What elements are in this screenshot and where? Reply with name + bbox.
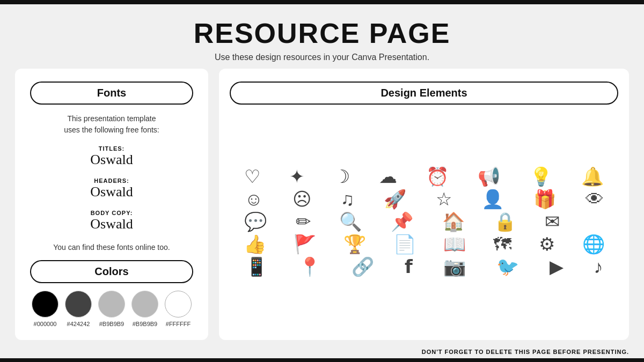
colors-section: Colors #000000#424242#B9B9B9#B9B9B9#FFFF… [30, 260, 193, 327]
fonts-description: This presentation templateuses the follo… [30, 113, 193, 136]
icons-grid: ♡ ✦ ☽ ☁ ⏰ 📢 💡 🔔 ☺ ☹ ♫ 🚀 ☆ 👤 🎁 👁 [230, 112, 618, 331]
map-icon: 🗺 [493, 235, 511, 253]
globe-icon: 🌐 [582, 235, 605, 253]
top-bar [0, 0, 644, 4]
design-elements-label: Design Elements [230, 82, 618, 105]
location-icon: 📍 [298, 257, 321, 276]
share-icon: 🔗 [352, 257, 374, 276]
chat-icon: 💬 [244, 212, 267, 231]
swatch-circle [65, 291, 92, 317]
person-icon: 👤 [481, 190, 504, 208]
trophy-icon: 🏆 [343, 235, 366, 253]
right-panel: Design Elements ♡ ✦ ☽ ☁ ⏰ 📢 💡 🔔 ☺ ☹ ♫ 🚀 … [219, 69, 629, 340]
sun-icon: ✦ [289, 167, 304, 186]
cloud-icon: ☁ [379, 167, 397, 186]
sad-icon: ☹ [292, 190, 311, 208]
pencil-icon: ✏ [296, 212, 311, 231]
swatch-circle [131, 291, 158, 317]
tiktok-icon: ♪ [594, 257, 603, 276]
titles-font-label: TITLES: [30, 145, 193, 152]
swatch-circle [98, 291, 125, 317]
icons-row-5: 📱 📍 🔗 𝗳 📷 🐦 ▶ ♪ [230, 257, 618, 276]
bottom-bar [0, 358, 644, 363]
page-subtitle: Use these design resources in your Canva… [0, 53, 644, 62]
fonts-note: You can find these fonts online too. [30, 243, 193, 252]
icons-row-1: ♡ ✦ ☽ ☁ ⏰ 📢 💡 🔔 [230, 167, 618, 186]
search-icon: 🔍 [339, 212, 362, 231]
moon-icon: ☽ [334, 167, 350, 186]
headers-font-label: HEADERS: [30, 178, 193, 184]
thumbsup-icon: 👍 [244, 235, 266, 253]
lock-icon: 🔒 [494, 212, 516, 231]
bell-icon: 🔔 [581, 167, 604, 186]
mail-icon: ✉ [545, 212, 560, 231]
swatch-item: #B9B9B9 [131, 291, 158, 327]
eye-icon: 👁 [586, 190, 604, 208]
main-content: Fonts This presentation templateuses the… [0, 69, 644, 345]
swatch-label: #B9B9B9 [99, 321, 124, 327]
swatch-label: #424242 [67, 321, 90, 327]
bulb-icon: 💡 [530, 167, 552, 186]
footer-note: DON'T FORGET TO DELETE THIS PAGE BEFORE … [0, 345, 644, 358]
clock-icon: ⏰ [426, 167, 449, 186]
book-icon: 📖 [443, 235, 466, 253]
body-copy-name: Oswald [30, 216, 193, 232]
swatch-circle [32, 291, 58, 317]
gift-icon: 🎁 [533, 190, 556, 208]
swatch-item: #B9B9B9 [98, 291, 125, 327]
fonts-label: Fonts [30, 82, 193, 105]
facebook-icon: 𝗳 [405, 257, 413, 276]
gear-icon: ⚙ [539, 235, 555, 253]
titles-font-name: Oswald [30, 152, 193, 168]
page-title: RESOURCE PAGE [0, 17, 644, 49]
megaphone-icon: 📢 [478, 167, 500, 186]
swatch-circle [165, 291, 192, 317]
titles-font: TITLES: Oswald [30, 145, 193, 168]
swatch-item: #FFFFFF [165, 291, 192, 327]
headers-font: HEADERS: Oswald [30, 178, 193, 200]
icons-row-4: 👍 🚩 🏆 📄 📖 🗺 ⚙ 🌐 [230, 235, 618, 253]
swatch-label: #FFFFFF [166, 321, 191, 327]
icons-row-3: 💬 ✏ 🔍 📌 🏠 🔒 ✉ ✉ [230, 212, 618, 231]
flag-icon: 🚩 [294, 235, 316, 253]
colors-label: Colors [30, 260, 193, 283]
instagram-icon: 📷 [443, 257, 466, 276]
swatches-row: #000000#424242#B9B9B9#B9B9B9#FFFFFF [30, 291, 193, 327]
heart-icon: ♡ [244, 167, 260, 186]
left-panel: Fonts This presentation templateuses the… [15, 69, 208, 340]
pin-icon: 📌 [391, 212, 413, 231]
design-elements-header: Design Elements [230, 82, 618, 105]
icons-row-2: ☺ ☹ ♫ 🚀 ☆ 👤 🎁 👁 [230, 190, 618, 208]
youtube-icon: ▶ [550, 257, 564, 276]
swatch-item: #424242 [65, 291, 92, 327]
headers-font-name: Oswald [30, 184, 193, 200]
twitter-icon: 🐦 [496, 257, 519, 276]
rocket-icon: 🚀 [384, 190, 406, 208]
phone-icon: 📱 [245, 257, 268, 276]
page-header: RESOURCE PAGE Use these design resources… [0, 4, 644, 69]
home-icon: 🏠 [442, 212, 465, 231]
body-copy-label: BODY COPY: [30, 210, 193, 216]
swatch-label: #B9B9B9 [133, 321, 157, 327]
swatch-item: #000000 [32, 291, 58, 327]
document-icon: 📄 [393, 235, 416, 253]
music-icon: ♫ [341, 190, 355, 208]
swatch-label: #000000 [34, 321, 57, 327]
body-copy-font: BODY COPY: Oswald [30, 210, 193, 232]
star-icon: ☆ [436, 190, 452, 208]
smiley-icon: ☺ [244, 190, 263, 208]
